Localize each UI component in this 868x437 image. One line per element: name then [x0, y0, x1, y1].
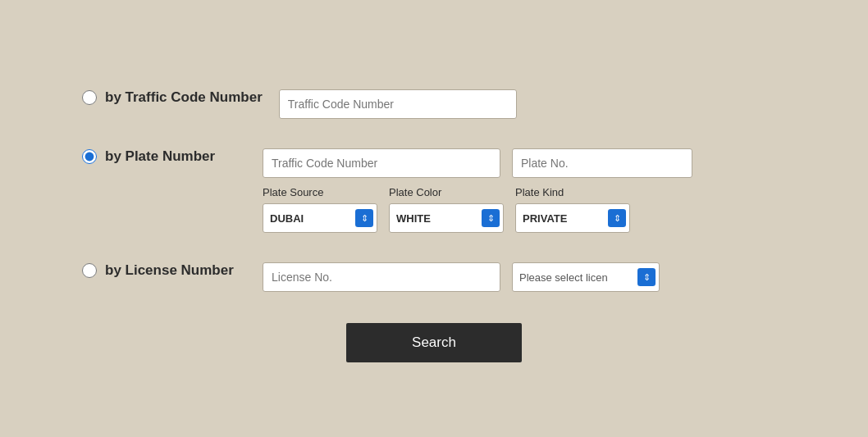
plate-number-section: by Plate Number Plate Source Plate Color…	[33, 134, 835, 248]
plate-source-select[interactable]: DUBAI ABU DHABI SHARJAH AJMAN	[263, 203, 377, 233]
main-container: by Traffic Code Number by Plate Number	[0, 0, 868, 437]
plate-number-fields: Plate Source Plate Color Plate Kind DUBA…	[263, 148, 786, 233]
plate-color-label: Plate Color	[389, 186, 504, 198]
license-number-section: by License Number Please select licen Op…	[33, 248, 835, 307]
traffic-code-fields	[279, 89, 786, 119]
traffic-code-input[interactable]	[279, 89, 517, 119]
license-inputs-row: Please select licen Option 1 Option 2	[263, 262, 786, 292]
license-type-select[interactable]: Please select licen Option 1 Option 2	[512, 262, 660, 292]
plate-no-input[interactable]	[512, 148, 692, 178]
traffic-code-label: by Traffic Code Number	[105, 89, 263, 106]
plate-kind-label: Plate Kind	[515, 186, 630, 198]
plate-inputs-row	[263, 148, 786, 178]
plate-color-select[interactable]: WHITE BLACK RED YELLOW	[389, 203, 504, 233]
traffic-code-radio[interactable]	[82, 90, 97, 105]
plate-source-label: Plate Source	[263, 186, 377, 198]
form-section: by Traffic Code Number by Plate Number	[33, 75, 835, 307]
license-no-input[interactable]	[263, 262, 500, 292]
dropdown-labels-row: Plate Source Plate Color Plate Kind	[263, 186, 786, 198]
license-number-radio-group: by License Number	[82, 262, 246, 279]
plate-number-radio-group: by Plate Number	[82, 148, 246, 165]
search-button[interactable]: Search	[346, 323, 522, 362]
traffic-code-radio-group: by Traffic Code Number	[82, 89, 263, 106]
search-button-row: Search	[346, 323, 522, 362]
plate-traffic-code-input[interactable]	[263, 148, 500, 178]
license-number-label: by License Number	[105, 262, 234, 279]
license-number-fields: Please select licen Option 1 Option 2	[263, 262, 786, 292]
plate-number-label: by Plate Number	[105, 148, 215, 165]
traffic-code-section: by Traffic Code Number	[33, 75, 835, 134]
dropdowns-row: DUBAI ABU DHABI SHARJAH AJMAN WHITE BLAC…	[263, 203, 786, 233]
traffic-code-inputs-row	[279, 89, 786, 119]
plate-kind-select[interactable]: PRIVATE COMMERCIAL TAXI DIPLOMATIC	[515, 203, 630, 233]
plate-number-radio[interactable]	[82, 149, 97, 164]
dropdowns-section: Plate Source Plate Color Plate Kind DUBA…	[263, 186, 786, 233]
license-number-radio[interactable]	[82, 263, 97, 278]
